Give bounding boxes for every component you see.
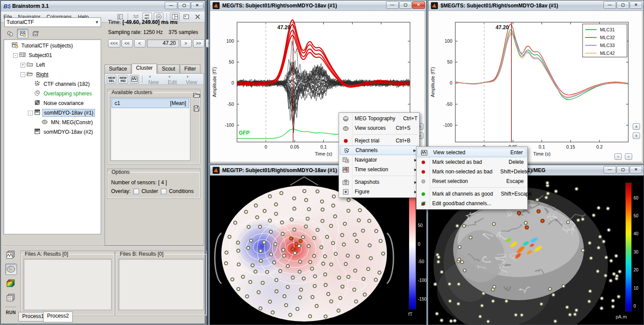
tp-title: MEG/TP: Subject01/Right/somMDYO-18av (#1…	[222, 167, 337, 173]
maximize-button[interactable]: ▢	[178, 2, 190, 9]
tree-item-4[interactable]: CTF channels (182)	[4, 79, 101, 89]
menu-item-mark-all-channels-as-good[interactable]: Mark all channels as goodShift+Escape	[417, 189, 527, 199]
process-matrix-icon[interactable]	[5, 292, 17, 304]
menu-item-meg-topography[interactable]: MEG TopographyCtrl+T	[339, 114, 419, 123]
time-fwd-button-0[interactable]: >	[180, 39, 192, 47]
overlay-conditions-checkbox[interactable]	[161, 189, 166, 194]
menu-item-label: View sources	[352, 125, 386, 131]
display-cluster-icon[interactable]	[130, 75, 139, 84]
ts1-close-button[interactable]: ✕	[412, 1, 425, 9]
files-b-list[interactable]	[119, 259, 204, 310]
br-minimize-button[interactable]: —	[603, 166, 616, 173]
tree-item-7[interactable]: -somMDYO-18av (#1)	[4, 108, 101, 118]
tree-item-1[interactable]: -Subject01	[4, 51, 101, 60]
ts2-plot[interactable]: 100500-50-10000.050.10.150.2Time (s)Ampl…	[428, 11, 642, 162]
ts2-minimize-button[interactable]: —	[603, 1, 616, 9]
menu-item-label: Mark all channels as good	[430, 191, 493, 197]
overlay-cluster-checkbox[interactable]	[133, 189, 139, 194]
new-menu[interactable]: ▼ New	[148, 73, 163, 85]
files-a-title: Files A: Results [0]	[24, 251, 69, 257]
menu-item-view-selected[interactable]: View selectedEnter	[417, 148, 526, 157]
tree-item-2[interactable]: +Left	[4, 60, 101, 70]
tab-scout[interactable]: Scout	[157, 64, 180, 74]
tree-item-label: TutorialCTF (subjects)	[20, 42, 74, 49]
menu-item-mark-selected-as-bad[interactable]: Mark selected as badDelete	[417, 157, 527, 167]
tab-process2[interactable]: Process2	[43, 311, 73, 322]
tree-item-8[interactable]: MN: MEG(Constr)	[4, 118, 101, 127]
collapse-icon[interactable]: -	[13, 53, 18, 58]
functional-view-button[interactable]	[17, 29, 28, 38]
ts2-gain-down-button[interactable]: ∨	[633, 132, 640, 139]
topography-plot[interactable]	[210, 176, 424, 325]
minimize-button[interactable]: —	[165, 2, 177, 9]
main-title-bar[interactable]: BS Brainstorm 3.1 — ▢ ✕	[1, 1, 205, 11]
tab-surface[interactable]: Surface	[105, 64, 131, 74]
process-sources-icon[interactable]	[5, 264, 17, 275]
overlay-cluster-label: Cluster	[142, 188, 158, 194]
time-back-button-1[interactable]: <<	[122, 39, 133, 47]
edit-menu[interactable]: ▼ Edit	[168, 73, 181, 85]
cursor-time-label: 47.20	[496, 24, 509, 30]
menu-item-view-sources[interactable]: View sourcesCtrl+S	[339, 123, 419, 133]
menu-item-snapshots[interactable]: Snapshots▶	[339, 177, 419, 187]
br-close-button[interactable]: ✕	[630, 166, 642, 173]
ts2-page-left-button[interactable]: <	[614, 153, 622, 160]
tree-item-6[interactable]: Noise covariance	[4, 98, 101, 108]
expand-icon[interactable]: +	[20, 63, 25, 68]
process-data-icon[interactable]	[5, 249, 17, 261]
collapse-icon[interactable]: -	[20, 72, 25, 77]
menu-item-reset-selection[interactable]: Reset selectionEscape	[417, 176, 527, 186]
ts1-minimize-button[interactable]: —	[386, 1, 399, 9]
ts2-page-right-button[interactable]: >	[625, 153, 632, 160]
menu-item-shortcut: Escape	[498, 178, 524, 184]
files-a-list[interactable]	[24, 259, 112, 310]
ts1-maximize-button[interactable]: ▢	[399, 1, 412, 9]
menu-item-mark-non-selected-as-bad[interactable]: Mark non-selected as badShift+Delete	[417, 167, 527, 176]
tree-item-3[interactable]: -Right	[4, 70, 101, 79]
process-timefreq-icon[interactable]	[5, 278, 17, 289]
menu-item-reject-trial[interactable]: Reject trialCtrl+B	[339, 136, 419, 146]
menu-item-navigator[interactable]: Navigator▶	[339, 155, 419, 165]
tp-colorbar[interactable]	[409, 185, 416, 309]
anatomy-view-button[interactable]: ?	[4, 29, 16, 38]
view-menu[interactable]: ▼ View	[186, 73, 202, 85]
ts2-close-button[interactable]: ✕	[630, 1, 642, 9]
ts2-gain-up-button[interactable]: ∧	[633, 123, 640, 130]
load-cluster-folder-icon[interactable]	[193, 91, 201, 98]
collapse-icon[interactable]: -	[28, 111, 33, 115]
tab-filter[interactable]: Filter	[180, 64, 200, 74]
tab-cluster[interactable]: Cluster	[132, 64, 157, 74]
cluster-item-c1[interactable]: c1 [Mean]	[112, 98, 189, 108]
new-sel-button[interactable]: NEWSEL	[107, 75, 116, 84]
svg-text:50: 50	[447, 59, 452, 64]
run-button[interactable]: RUN	[6, 310, 16, 315]
database-tree[interactable]: TutorialCTF (subjects)-Subject01+Left-Ri…	[3, 39, 101, 234]
tp-client[interactable]: fT 100500-50-100-150	[210, 176, 426, 325]
save-cluster-icon[interactable]	[193, 105, 201, 112]
divider	[3, 246, 203, 247]
br-colorbar[interactable]	[625, 183, 632, 311]
svg-text:0: 0	[231, 80, 234, 85]
tree-item-0[interactable]: TutorialCTF (subjects)	[4, 41, 101, 51]
menu-item-time-selection[interactable]: Time selection▶	[339, 165, 419, 174]
time-back-button-2[interactable]: <	[134, 39, 146, 47]
time-back-button-0[interactable]: <<<	[108, 39, 120, 47]
tree-item-label: Right	[35, 71, 50, 78]
reset-gray-icon	[417, 176, 430, 186]
ts1-title-bar[interactable]: MEG/TS: Subject01/Right/somMDYO-18av (#1…	[210, 0, 426, 11]
menu-item-edit-good-bad-channels-[interactable]: Edit good/bad channels...	[417, 199, 527, 208]
ts2-title-bar[interactable]: $MEG/TS: Subject01/Right/somMDYO-18av (#…	[428, 0, 644, 11]
functional-alt-view-button[interactable]	[30, 29, 41, 38]
ts2-maximize-button[interactable]: ▢	[617, 1, 629, 9]
menu-item-channels[interactable]: Channels▶	[340, 146, 418, 155]
br-maximize-button[interactable]: ▢	[617, 166, 629, 173]
tree-item-9[interactable]: somMDYO-18av (#2)	[4, 127, 101, 137]
cluster-list[interactable]: c1 [Mean]	[110, 97, 190, 161]
protocol-selector[interactable]: TutorialCTF ▼	[4, 17, 101, 27]
protocol-icon	[12, 42, 18, 50]
tree-item-5[interactable]: Overlapping spheres	[4, 89, 101, 98]
time-fwd-button-1[interactable]: >>	[193, 39, 204, 47]
close-button[interactable]: ✕	[191, 2, 203, 9]
new-ind-button[interactable]: NEWIND	[118, 75, 128, 84]
menu-item-figure[interactable]: Figure▶	[339, 187, 419, 196]
